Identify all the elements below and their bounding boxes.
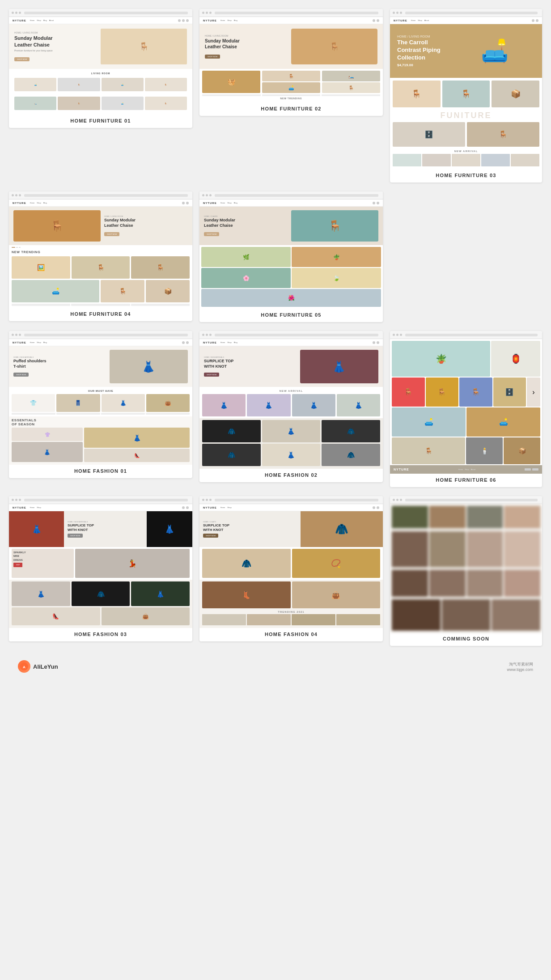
fashion03-bottom-row1: 👗 🧥 👗 (12, 581, 190, 606)
sparkly-btn[interactable]: SHOP (13, 563, 22, 567)
cat-img-2b: 🪑 (262, 71, 320, 81)
dot2 (396, 499, 398, 501)
row-4: NYTURE Home Shop 👗 HOME / NEW ARRIVALS S… (9, 496, 542, 646)
shop-now-btn-f3[interactable]: SHOP NOW (68, 534, 83, 538)
fashion02-text: HOME / NEW ARRIVALS SURPLICE TOPWITH KNO… (204, 356, 300, 377)
footer-logo-icon: A (18, 660, 30, 673)
card-fashion02[interactable]: NYTURE Home Shop Blog HOME / NEW ARRIVAL… (199, 331, 383, 482)
must-have-label-f1: OUR MUST HAVE (12, 389, 190, 393)
nav-right (178, 19, 189, 22)
cs-7 (467, 531, 503, 567)
card-furniture04[interactable]: NYTURE Home Shop Blog 🪑 HOME / LIVING RO… (9, 191, 192, 321)
dot1 (393, 334, 395, 336)
shop-now-btn-2[interactable]: SHOP NOW (205, 55, 220, 59)
card-furniture03[interactable]: NYTURE Home Shop About HOME / LIVING ROO… (390, 9, 542, 182)
must-have-section: OUR MUST HAVE 👕 👖 👗 👜 (9, 387, 192, 416)
dot2 (15, 12, 17, 14)
label-row-4 (12, 304, 190, 306)
browser-chrome-1 (9, 9, 192, 17)
product-1h: 🪑 (145, 97, 187, 110)
f06-nav-prev[interactable] (525, 468, 531, 471)
living-room-label: LIVING ROOM (12, 71, 190, 76)
prod-3a: 🪑 (393, 81, 441, 107)
fashion-img-f4: 🧥 (301, 511, 383, 547)
cs-10 (429, 570, 466, 597)
nav-bar-2: NYTURE Home Shop Blog (199, 17, 383, 24)
mosaic-5a: 🌿 (201, 247, 291, 267)
chair-icon-1: 🪑 (139, 42, 149, 51)
furniture03-breadcrumb: HOME / LIVING ROOM (397, 35, 454, 38)
shop-now-btn-f4[interactable]: SHOP NOW (203, 534, 218, 538)
mosaic-5c: 🌸 (201, 268, 291, 288)
footer: A AliLeYun 淘气哥素材网 www.tqge.com (9, 657, 542, 676)
furniture03-price: $4,719.00 (397, 63, 454, 67)
cs-6 (429, 531, 466, 567)
card-furniture01[interactable]: NYTURE Home Shop Blog About HOME / LIVIN… (9, 9, 192, 128)
dot3 (209, 12, 212, 14)
furniture05-label: HOME FURNITURE 05 (199, 309, 383, 322)
essentials-section: ESSENTIALSOF SEASON 👚 👗 👗 👠 (9, 416, 192, 465)
cs-row2 (390, 530, 542, 568)
must-have-products: 👕 👖 👗 👜 (12, 394, 190, 412)
nav-right-f1 (182, 341, 189, 344)
card-fashion03[interactable]: NYTURE Home Shop 👗 HOME / NEW ARRIVALS S… (9, 496, 192, 641)
furniture03-title: The CarrollContrast PipingCollection (397, 39, 454, 62)
mh-2: 👖 (56, 394, 100, 412)
search-icon-f2 (373, 341, 375, 344)
dot2 (206, 499, 208, 501)
nav-blog-4: Blog (43, 202, 47, 204)
card-fashion01[interactable]: NYTURE Home Shop Blog HOME / NEW ARRIVAL… (9, 331, 192, 478)
fp-f3b: 🧥 (72, 581, 130, 606)
essentials-products: 👚 👗 👗 👠 (12, 428, 190, 462)
f06-arrow[interactable]: › (527, 378, 540, 407)
card-furniture06[interactable]: 🪴 🏮 🪑 🪑 🪑 🗄️ › 🛋️ 🛋️ (390, 331, 542, 487)
dot1 (202, 499, 204, 501)
prod-3f (393, 154, 421, 166)
furniture03-row2: 🗄️ 🪑 (393, 122, 539, 147)
shop-now-btn-5[interactable]: SHOP NOW (204, 232, 219, 236)
fashion02-bottom: 🧥 👗 🧥 🧥 👗 🧥 (199, 418, 383, 469)
dot3 (19, 334, 21, 336)
row-3: NYTURE Home Shop Blog HOME / NEW ARRIVAL… (9, 331, 542, 487)
card-fashion04[interactable]: NYTURE Home Shop HOME / COATS SURPLICE T… (199, 496, 383, 641)
watermark-line2: www.tqge.com (507, 667, 533, 672)
shop-now-btn-f1[interactable]: SHOP NOW (13, 373, 29, 377)
card-furniture02[interactable]: NYTURE Home Shop Blog HOME / LIVING ROOM… (199, 9, 383, 116)
sparkly-label: SPARKLYMINIDRESS (13, 551, 72, 562)
svg-text:A: A (23, 665, 25, 669)
fashion04-label: HOME FASHION 04 (199, 628, 383, 641)
arr-f2a: 👗 (202, 394, 246, 416)
product-1a: 🛋️ (14, 78, 56, 91)
product-1g: 🛋️ (102, 97, 144, 110)
card-furniture05[interactable]: NYTURE Home Shop Blog HOME / CHAIRS Sund… (199, 191, 383, 322)
breadcrumb-f2: HOME / NEW ARRIVALS (204, 356, 300, 358)
mosaic-5d: 🍃 (292, 268, 381, 288)
dot1 (12, 194, 14, 196)
furniture02-label: HOME FURNITURE 02 (199, 102, 383, 116)
footer-watermark: 淘气哥素材网 www.tqge.com (507, 662, 533, 672)
fp-f3e: 👜 (102, 607, 190, 625)
product-section-1: LIVING ROOM 🛋️ 🪑 🛋️ 🪑 🛏️ 🪑 🛋️ 🪑 (9, 69, 192, 115)
prod-3d: 🗄️ (393, 122, 465, 147)
fashion02-label: HOME FASHION 02 (199, 469, 383, 482)
dot2 (15, 194, 17, 196)
fashion04-hero: HOME / COATS SURPLICE TOPWITH KNOT SHOP … (199, 511, 383, 547)
search-icon (178, 19, 181, 22)
fashion03-bottom: 👗 🧥 👗 👠 👜 (9, 580, 192, 628)
cat-img-2c: 🛋️ (262, 82, 320, 93)
shop-now-btn-f2[interactable]: SHOP NOW (204, 373, 219, 377)
cat-img-2d: 🛏️ (322, 71, 380, 81)
f06-nav-next[interactable] (532, 468, 538, 471)
shop-now-btn-4[interactable]: SHOP NOW (104, 232, 119, 236)
mosaic-grid-5: 🌿 🪴 🌸 🍃 🌺 (201, 247, 381, 307)
cat-col-2c: 🛏️ 🪑 (322, 71, 380, 93)
shop-now-btn-1[interactable]: SHOP NOW (14, 57, 30, 61)
nav-items-f1: Home Shop Blog (30, 341, 47, 344)
prod-4f: 📦 (146, 280, 190, 302)
card-coming-soon[interactable]: COMMING SOON (390, 496, 542, 646)
f06-4c: 📦 (504, 437, 540, 464)
fashion02-hero: HOME / NEW ARRIVALS SURPLICE TOPWITH KNO… (199, 346, 383, 387)
breadcrumb-f1: HOME / NEW ARRIVALS (13, 356, 110, 358)
fp-f3c: 👗 (131, 581, 190, 606)
nav-logo-2: NYTURE (203, 19, 217, 22)
